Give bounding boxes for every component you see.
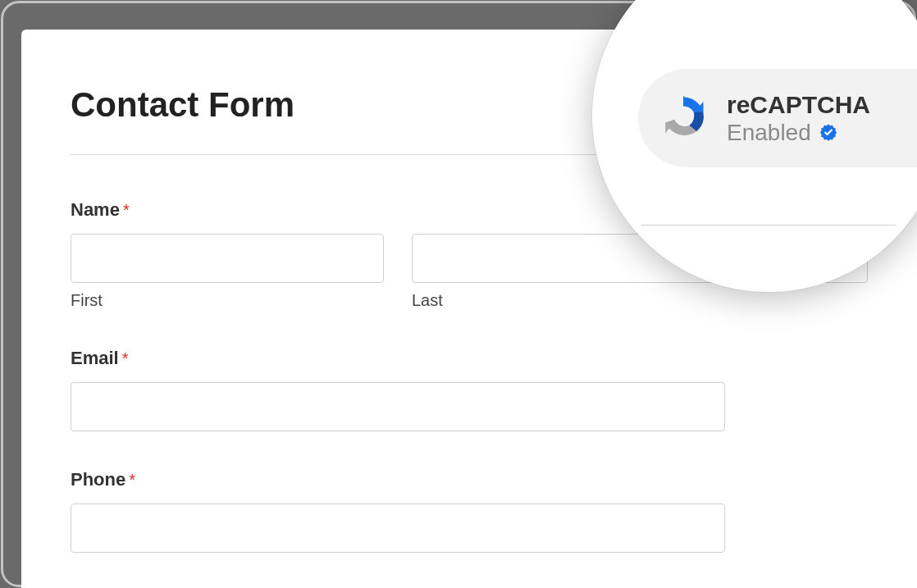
zoom-content: reCAPTCHA Enabled	[600, 0, 917, 284]
required-indicator: *	[129, 471, 135, 489]
name-label: Name	[71, 199, 120, 221]
email-label: Email	[71, 348, 119, 369]
recaptcha-status-row: Enabled	[727, 120, 870, 146]
verified-icon	[818, 122, 839, 144]
recaptcha-badge[interactable]: reCAPTCHA Enabled	[638, 69, 917, 167]
first-name-col: First	[71, 234, 384, 310]
phone-field-group: Phone*	[71, 469, 868, 553]
email-field-group: Email*	[71, 348, 868, 431]
required-indicator: *	[122, 349, 129, 367]
first-name-sublabel: First	[71, 291, 384, 310]
last-name-sublabel: Last	[412, 291, 868, 310]
required-indicator: *	[123, 201, 130, 219]
recaptcha-status: Enabled	[727, 120, 811, 146]
email-input[interactable]	[71, 382, 725, 431]
zoom-divider	[610, 225, 917, 226]
phone-input[interactable]	[71, 504, 725, 553]
app-frame: Contact Form Name* First Last Email*	[0, 0, 917, 588]
recaptcha-title: reCAPTCHA	[727, 91, 870, 118]
phone-label: Phone	[71, 469, 125, 490]
first-name-input[interactable]	[71, 234, 384, 283]
recaptcha-icon	[659, 94, 707, 142]
recaptcha-text: reCAPTCHA Enabled	[727, 91, 870, 146]
